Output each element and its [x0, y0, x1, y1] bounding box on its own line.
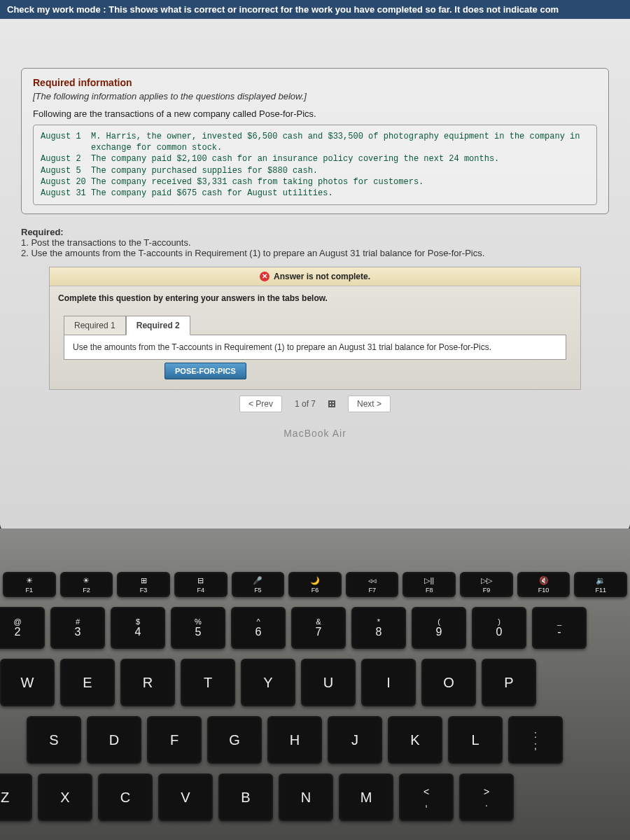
fn-key-f10: 🔇F10 [517, 572, 570, 597]
fn-key-f1: ☀F1 [3, 572, 56, 597]
fn-key-f11: 🔉F11 [574, 572, 627, 597]
required-block: Required: 1. Post the transactions to th… [21, 227, 609, 258]
key-y: Y [241, 659, 295, 706]
fn-label: F1 [26, 587, 34, 594]
key-bottom: 8 [376, 626, 382, 638]
key-top: _ [557, 617, 561, 626]
fn-label: F6 [312, 587, 319, 594]
transaction-line: August 20 The company received $3,331 ca… [41, 176, 589, 188]
next-button[interactable]: Next > [348, 396, 391, 412]
number-key-row: @2#3$4%5^6&7*8(9)0_- [0, 597, 630, 649]
asdf-row: SDFGHJKL:; [24, 706, 630, 764]
fn-label: F11 [595, 587, 606, 594]
fn-icon: ⊞ [141, 576, 147, 585]
key-punct: >. [459, 774, 514, 821]
macbook-air-label: MacBook Air [21, 422, 609, 444]
laptop-screen: Check my work mode : This shows what is … [0, 0, 630, 532]
num-key-5: %5 [171, 607, 225, 649]
num-key-2: @2 [0, 607, 45, 649]
key-d: D [87, 716, 141, 764]
num-key-7: &7 [291, 607, 346, 649]
key-x: X [38, 774, 92, 821]
fn-label: F9 [483, 587, 491, 594]
instruction-text: Complete this question by entering your … [50, 286, 580, 310]
transaction-line: August 2 The company paid $2,100 cash fo… [41, 153, 589, 164]
transaction-line: exchange for common stock. [41, 142, 589, 153]
fn-key-f8: ▷||F8 [402, 572, 456, 597]
key-u: U [301, 659, 356, 706]
keyboard-area: ☀F1☀F2⊞F3⊟F4🎤F5🌙F6◃◃F7▷||F8▷▷F9🔇F10🔉F11 … [0, 528, 630, 840]
answer-panel: ✕ Answer is not complete. Complete this … [49, 267, 581, 390]
num-key-0: )0 [472, 607, 526, 649]
key-w: W [0, 659, 55, 706]
transaction-line: August 31 The company paid $675 cash for… [41, 188, 589, 199]
tab-required-1[interactable]: Required 1 [64, 316, 126, 335]
key-bottom: 0 [496, 626, 503, 638]
key-f: F [147, 716, 202, 764]
key-bottom: - [557, 626, 561, 638]
tab-required-2[interactable]: Required 2 [126, 316, 190, 335]
content-area: Required information [The following info… [0, 19, 630, 451]
fn-label: F8 [426, 587, 433, 594]
fn-icon: 🎤 [253, 576, 262, 585]
fn-label: F2 [83, 587, 90, 594]
tabs: Required 1 Required 2 [64, 316, 566, 335]
key-g: G [207, 716, 262, 764]
info-note: [The following information applies to th… [33, 91, 597, 102]
qwerty-row: WERTYUIOP [0, 649, 630, 706]
key-bottom: 9 [436, 626, 442, 638]
fn-key-f3: ⊞F3 [117, 572, 170, 597]
key-l: L [448, 716, 503, 764]
key-i: I [361, 659, 416, 706]
key-z: Z [0, 774, 32, 821]
transactions-box: August 1 M. Harris, the owner, invested … [33, 125, 597, 205]
fn-label: F10 [538, 587, 550, 594]
required-item: 1. Post the transactions to the T-accoun… [21, 237, 609, 248]
fn-key-row: ☀F1☀F2⊞F3⊟F4🎤F5🌙F6◃◃F7▷||F8▷▷F9🔇F10🔉F11 [0, 528, 630, 597]
fn-label: F4 [197, 587, 204, 594]
fn-key-f2: ☀F2 [60, 572, 113, 597]
banner-text: Check my work mode : This shows what is … [7, 4, 559, 15]
key-top: # [76, 617, 80, 626]
key-top: % [195, 617, 202, 626]
key-top: @ [13, 617, 21, 626]
num-key-4: $4 [111, 607, 165, 649]
fn-icon: ⊟ [197, 576, 204, 585]
key-r: R [120, 659, 175, 706]
key-s: S [27, 716, 81, 764]
key-top: & [316, 617, 321, 626]
key-j: J [328, 716, 382, 764]
fn-label: F5 [254, 587, 262, 594]
key-top: $ [136, 617, 140, 626]
fn-icon: 🔉 [596, 576, 606, 585]
fn-icon: ☀ [83, 576, 90, 585]
status-text: Answer is not complete. [274, 272, 370, 281]
key-v: V [158, 774, 213, 821]
fn-icon: ☀ [26, 576, 33, 585]
num-key-3: #3 [50, 607, 105, 649]
key-h: H [267, 716, 322, 764]
key-semicolon: :; [508, 716, 563, 764]
required-info-box: Required information [The following info… [21, 68, 609, 214]
transaction-line: August 5 The company purchased supplies … [41, 165, 589, 176]
key-top: * [377, 617, 380, 626]
page-counter: 1 of 7 [295, 399, 316, 409]
num-key-9: (9 [412, 607, 466, 649]
key-bottom: 5 [195, 626, 202, 638]
fn-key-f9: ▷▷F9 [460, 572, 513, 597]
grid-icon[interactable] [328, 400, 335, 407]
key-m: M [339, 774, 393, 821]
key-bottom: 3 [75, 626, 81, 638]
pose-for-pics-button[interactable]: POSE-FOR-PICS [164, 363, 246, 379]
tabs-area: Required 1 Required 2 Use the amounts fr… [50, 310, 580, 363]
fn-key-f5: 🎤F5 [232, 572, 285, 597]
intro-text: Following are the transactions of a new … [33, 108, 597, 119]
prev-button[interactable]: < Prev [239, 396, 282, 412]
pose-for-pics-row: POSE-FOR-PICS [50, 363, 580, 389]
required-info-heading: Required information [33, 77, 597, 88]
fn-icon: 🌙 [310, 576, 320, 585]
key-p: P [482, 659, 536, 706]
key-c: C [98, 774, 153, 821]
key-bottom: 6 [255, 626, 262, 638]
key-bottom: 7 [316, 626, 322, 638]
